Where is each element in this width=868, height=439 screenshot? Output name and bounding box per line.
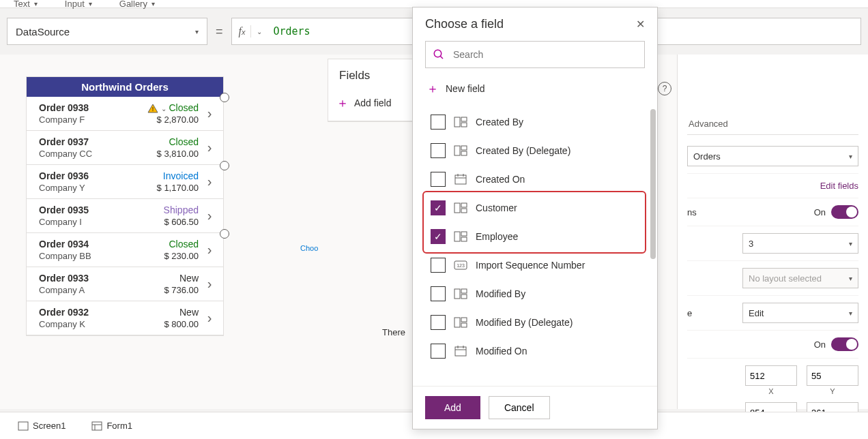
svg-rect-32 (18, 422, 28, 430)
fields-panel-title: Fields (328, 59, 414, 88)
field-item[interactable]: 123Import Sequence Number (426, 251, 650, 279)
order-title: Order 0936 (39, 170, 157, 181)
field-type-icon (454, 116, 467, 128)
field-item[interactable]: Modified On (426, 337, 650, 365)
new-field-button[interactable]: ＋ New field (413, 75, 657, 105)
svg-rect-19 (461, 237, 467, 241)
field-list[interactable]: Created ByCreated By (Delegate)Created O… (413, 105, 657, 386)
pos-x-input[interactable] (745, 365, 797, 386)
order-row[interactable]: Order 0934 Closed›Company BB$ 230.00 (27, 233, 223, 267)
field-item[interactable]: Modified By (426, 279, 650, 308)
add-field-button[interactable]: ＋ Add field (328, 88, 414, 121)
add-button[interactable]: Add (425, 396, 480, 419)
selection-handle[interactable] (220, 93, 229, 102)
field-type-icon (454, 230, 467, 243)
pos-y-input[interactable] (807, 365, 858, 386)
scrollbar[interactable] (650, 109, 656, 259)
svg-rect-26 (461, 318, 467, 322)
field-item[interactable]: Created By (426, 108, 650, 136)
chevron-down-icon[interactable]: ⌄ (251, 28, 267, 35)
snap-toggle[interactable] (831, 205, 858, 219)
search-input[interactable] (452, 48, 637, 61)
field-item[interactable]: Created By (Delegate) (426, 136, 650, 165)
checkbox[interactable]: ✓ (431, 200, 446, 215)
chevron-right-icon[interactable]: › (201, 310, 218, 326)
field-item[interactable]: Modified By (Delegate) (426, 308, 650, 337)
chevron-right-icon[interactable]: › (201, 106, 218, 121)
checkbox[interactable] (431, 143, 446, 158)
cancel-button[interactable]: Cancel (489, 396, 550, 419)
close-icon[interactable]: ✕ (636, 18, 645, 31)
toggle-on-text: On (814, 207, 826, 217)
order-row[interactable]: Order 0935 Shipped›Company I$ 606.50 (27, 199, 223, 233)
checkbox[interactable]: ✓ (431, 229, 446, 244)
ribbon-item[interactable]: Gallery ▾ (119, 0, 155, 9)
order-status: New (164, 273, 201, 284)
field-item[interactable]: ✓Employee (426, 222, 650, 251)
order-row[interactable]: Order 0932 New›Company K$ 800.00 (27, 301, 223, 335)
mode-dropdown[interactable]: Edit▾ (742, 303, 858, 323)
choose-field-title: Choose a field (425, 17, 504, 31)
breadcrumb-form[interactable]: Form1 (85, 418, 139, 434)
search-icon (433, 48, 445, 61)
order-row[interactable]: Order 0937 Closed›Company CC$ 3,810.00 (27, 131, 223, 165)
svg-rect-25 (454, 318, 460, 327)
checkbox[interactable] (431, 172, 446, 187)
order-status: Invoiced (157, 170, 201, 181)
svg-rect-22 (454, 289, 460, 299)
order-row[interactable]: Order 0933 New›Company A$ 736.00 (27, 267, 223, 301)
checkbox[interactable] (431, 315, 446, 330)
order-title: Order 0932 (39, 307, 164, 318)
svg-rect-24 (461, 294, 467, 299)
chevron-right-icon[interactable]: › (201, 174, 218, 190)
chevron-right-icon[interactable]: › (201, 208, 218, 224)
chevron-right-icon[interactable]: › (201, 242, 218, 258)
ribbon-item[interactable]: Input ▾ (65, 0, 92, 9)
layout-dropdown: No layout selected▾ (742, 268, 858, 288)
ribbon-item[interactable]: Text ▾ (14, 0, 38, 9)
order-amount: $ 800.00 (164, 319, 201, 329)
checkbox[interactable] (431, 344, 446, 359)
selection-handle[interactable] (220, 161, 229, 170)
order-row[interactable]: Order 0936 Invoiced›Company Y$ 1,170.00 (27, 165, 223, 199)
visible-toggle[interactable] (831, 337, 858, 351)
tab-advanced[interactable]: Advanced (687, 113, 729, 134)
field-item[interactable]: ✓Customer (426, 194, 650, 222)
data-source-dropdown[interactable]: Orders▾ (687, 146, 858, 166)
order-company: Company BB (39, 251, 164, 261)
svg-rect-8 (461, 146, 467, 150)
property-dropdown[interactable]: DataSource▾ (7, 18, 207, 45)
checkbox[interactable] (431, 258, 446, 273)
order-status: New (164, 307, 201, 318)
field-type-icon (454, 288, 467, 300)
field-search[interactable] (425, 41, 645, 68)
field-item[interactable]: Created On (426, 165, 650, 194)
order-company: Company I (39, 217, 164, 227)
field-type-icon (454, 345, 467, 357)
order-title: Order 0934 (39, 239, 164, 249)
choose-field-panel: Choose a field ✕ ＋ New field Created ByC… (412, 7, 658, 429)
order-amount: $ 736.00 (164, 285, 201, 295)
order-title: Order 0935 (39, 205, 164, 215)
order-amount: $ 2,870.00 (147, 115, 201, 125)
svg-rect-9 (461, 151, 467, 155)
checkbox[interactable] (431, 286, 446, 301)
selection-handle[interactable] (220, 229, 229, 239)
columns-dropdown[interactable]: 3▾ (742, 233, 858, 254)
order-company: Company CC (39, 149, 157, 159)
edit-fields-link[interactable]: Edit fields (820, 181, 858, 191)
svg-rect-5 (461, 117, 467, 121)
screen-icon (18, 421, 29, 431)
order-row[interactable]: Order 0938! ⌄ Closed›Company F$ 2,870.00 (27, 97, 223, 131)
gallery-title: Northwind Orders (27, 77, 223, 97)
chevron-right-icon[interactable]: › (201, 276, 218, 292)
svg-text:!: ! (151, 106, 154, 112)
checkbox[interactable] (431, 115, 446, 130)
breadcrumb-screen[interactable]: Screen1 (11, 418, 72, 434)
field-type-icon (454, 145, 467, 157)
order-company: Company K (39, 319, 164, 329)
field-label: Customer (476, 202, 517, 213)
help-icon[interactable]: ? (658, 82, 671, 95)
orders-gallery[interactable]: Northwind Orders Order 0938! ⌄ Closed›Co… (26, 76, 224, 336)
chevron-right-icon[interactable]: › (201, 140, 218, 155)
